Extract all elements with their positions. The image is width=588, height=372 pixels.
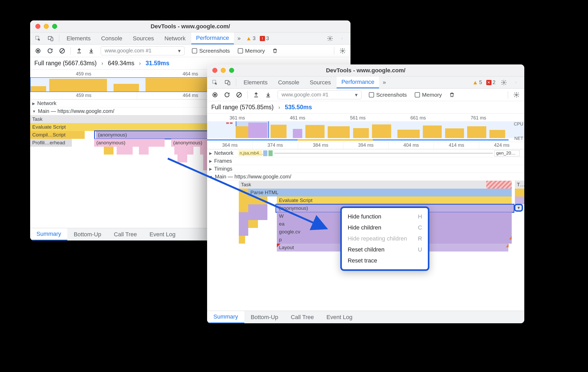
clear-icon[interactable] [57, 46, 67, 56]
tab-bottom-up[interactable]: Bottom-Up [244, 311, 284, 323]
reload-icon[interactable] [45, 46, 55, 56]
ctx-label: Hide children [348, 224, 381, 231]
window-title: DevTools - www.google.com/ [30, 23, 350, 30]
garbage-collect-icon[interactable] [270, 46, 280, 56]
network-request[interactable]: gen_20… [494, 150, 520, 156]
breadcrumb-full[interactable]: Full range (5667.63ms) [34, 60, 97, 67]
flame-task[interactable]: T… [515, 181, 524, 189]
tab-call-tree[interactable]: Call Tree [107, 228, 143, 240]
tab-event-log[interactable]: Event Log [320, 311, 359, 323]
flame-task[interactable]: Task [239, 181, 486, 189]
network-request[interactable] [263, 150, 267, 156]
gear-icon[interactable] [511, 90, 522, 100]
ctx-hide-function[interactable]: Hide function H [342, 211, 428, 222]
gear-icon[interactable] [337, 46, 348, 56]
track-timings-label: Timings [214, 166, 232, 172]
tabs-overflow[interactable]: » [380, 76, 389, 88]
network-request[interactable] [268, 150, 273, 156]
errors-count: 3 [266, 35, 269, 41]
svg-point-3 [329, 38, 331, 39]
warnings-badge[interactable]: ▲3 [246, 32, 256, 44]
breadcrumb-mid[interactable]: 649.34ms [108, 60, 134, 67]
flame-compile-script[interactable]: Compil…Script [30, 131, 85, 139]
tab-elements[interactable]: Elements [62, 32, 95, 44]
ctx-reset-trace[interactable]: Reset trace [342, 255, 428, 266]
errors-badge[interactable]: !3 [260, 32, 269, 44]
tab-sources[interactable]: Sources [128, 32, 159, 44]
inspect-icon[interactable] [32, 32, 44, 44]
download-icon[interactable] [263, 90, 273, 100]
kebab-menu-icon[interactable] [511, 76, 522, 88]
memory-label: Memory [422, 92, 442, 98]
track-main[interactable]: ▼Main — https://www.google.com/ [207, 173, 524, 181]
svg-rect-13 [228, 82, 230, 85]
memory-checkbox[interactable]: Memory [415, 92, 442, 98]
download-icon[interactable] [86, 46, 96, 56]
screenshots-checkbox[interactable]: Screenshots [192, 48, 230, 54]
upload-icon[interactable] [74, 46, 84, 56]
chevron-right-icon: › [101, 60, 103, 66]
screenshots-label: Screenshots [199, 48, 230, 54]
tab-console[interactable]: Console [273, 76, 304, 88]
overview-ticks: 361 ms 461 ms 561 ms 661 ms 761 ms [207, 114, 524, 121]
tab-network[interactable]: Network [160, 32, 190, 44]
kebab-menu-icon[interactable] [337, 32, 348, 44]
tab-bottom-up[interactable]: Bottom-Up [67, 228, 107, 240]
tab-performance[interactable]: Performance [337, 76, 379, 88]
overview-cpu-label: CPU [514, 122, 523, 127]
garbage-collect-icon[interactable] [447, 90, 457, 100]
clear-icon[interactable] [234, 90, 244, 100]
tab-performance[interactable]: Performance [191, 32, 234, 44]
tab-summary[interactable]: Summary [207, 311, 244, 323]
ctx-reset-children[interactable]: Reset children U [342, 244, 428, 255]
upload-icon[interactable] [251, 90, 261, 100]
warnings-badge[interactable]: ▲5 [472, 76, 482, 88]
devtools-tabstrip: Elements Console Sources Network Perform… [30, 32, 350, 45]
memory-checkbox[interactable]: Memory [238, 48, 265, 54]
recording-label: www.google.com #1 [282, 92, 328, 98]
flame-long-task[interactable] [486, 181, 512, 189]
flame-entry-dropdown[interactable] [514, 204, 523, 212]
svg-point-10 [342, 50, 343, 52]
track-timings[interactable]: ▶Timings [207, 165, 524, 173]
device-toggle-icon[interactable] [222, 76, 233, 88]
breadcrumb-full[interactable]: Full range (5705.85ms) [211, 104, 274, 111]
flame-anonymous[interactable]: (anonymous) [94, 139, 165, 147]
gear-icon[interactable] [498, 76, 510, 88]
flame-chart[interactable]: Task T… Parse HTML Evaluate Script (anon… [207, 181, 524, 275]
screenshots-checkbox[interactable]: Screenshots [369, 92, 407, 98]
tabs-overflow[interactable]: » [235, 32, 243, 44]
gear-icon[interactable] [324, 32, 336, 44]
tab-event-log[interactable]: Event Log [143, 228, 182, 240]
tab-console[interactable]: Console [96, 32, 127, 44]
flame-parse-html[interactable]: Parse HTML [248, 189, 511, 196]
record-icon[interactable] [33, 46, 43, 56]
timeline-ruler[interactable]: 364 ms 374 ms 384 ms 394 ms 404 ms 414 m… [207, 142, 524, 149]
recording-selector[interactable]: www.google.com #1 ▾ [101, 46, 185, 55]
tab-summary[interactable]: Summary [30, 228, 67, 240]
screenshots-label: Screenshots [376, 92, 407, 98]
tab-sources[interactable]: Sources [305, 76, 336, 88]
inspect-icon[interactable] [209, 76, 221, 88]
ctx-hide-children[interactable]: Hide children C [342, 222, 428, 233]
recording-selector[interactable]: www.google.com #1 ▾ [278, 90, 362, 99]
errors-badge[interactable]: ✕2 [486, 76, 495, 88]
device-toggle-icon[interactable] [45, 32, 56, 44]
ctx-label: Hide function [348, 213, 381, 220]
svg-point-15 [516, 82, 516, 82]
record-icon[interactable] [210, 90, 220, 100]
track-frames[interactable]: ▶Frames [207, 157, 524, 165]
window-title: DevTools - www.google.com/ [207, 67, 524, 74]
warnings-count: 3 [253, 35, 256, 41]
track-network-label: Network [214, 150, 233, 156]
flame-profiling-overhead[interactable]: Profili…erhead [30, 139, 72, 147]
flame-evaluate-script[interactable]: Evaluate Script [277, 196, 511, 204]
tab-call-tree[interactable]: Call Tree [284, 311, 320, 323]
track-main-label: Main — https://www.google.com/ [215, 174, 291, 180]
reload-icon[interactable] [222, 90, 232, 100]
tab-elements[interactable]: Elements [239, 76, 272, 88]
track-network[interactable]: ▶Network n,jsa,mb4… gen_20… [207, 149, 524, 157]
svg-point-16 [516, 82, 516, 83]
timeline-overview[interactable]: 361 ms 461 ms 561 ms 661 ms 761 ms [207, 114, 524, 142]
dropdown-icon: ▾ [355, 92, 358, 98]
